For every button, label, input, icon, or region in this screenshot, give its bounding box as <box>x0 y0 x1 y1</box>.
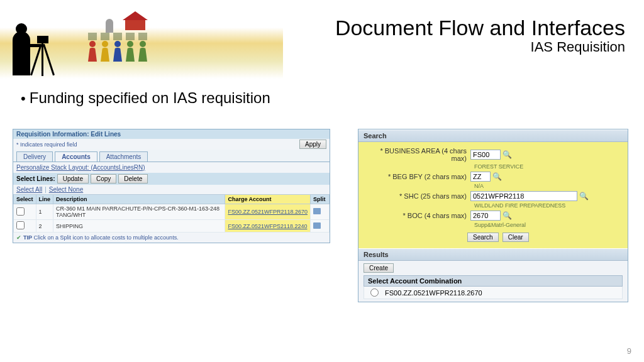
row-line: 2 <box>36 220 53 233</box>
row-desc: SHIPPING <box>53 220 225 233</box>
col-split: Split <box>311 195 330 204</box>
combination-row[interactable]: FS00.ZZ.0521WFPR2118.2670 <box>364 287 623 299</box>
search-icon[interactable]: 🔍 <box>502 211 512 220</box>
row-checkbox[interactable] <box>16 221 25 229</box>
select-lines-bar: Select Lines: Update Copy Delete <box>13 173 330 185</box>
tab-accounts[interactable]: Accounts <box>55 151 97 162</box>
delete-button[interactable]: Delete <box>118 174 148 184</box>
split-icon[interactable] <box>313 208 321 214</box>
search-header: Search <box>358 129 628 142</box>
personalize-link[interactable]: Personalize Stack Layout: (AccountsLines… <box>16 164 145 171</box>
requisition-table: Select Line Description Charge Account S… <box>13 194 330 233</box>
apply-button[interactable]: Apply <box>299 140 326 149</box>
clear-button[interactable]: Clear <box>502 233 529 242</box>
select-combination-header: Select Account Combination <box>364 275 623 287</box>
row-line: 1 <box>36 204 53 220</box>
shc-input[interactable] <box>470 191 577 201</box>
ba-desc: FOREST SERVICE <box>474 163 623 170</box>
slide-subtitle: IAS Requisition <box>335 39 625 55</box>
tip-row: TIP Click on a Split icon to allocate co… <box>13 233 330 243</box>
decorative-banner <box>0 0 283 79</box>
charge-link[interactable]: FS00.ZZ.0521WFPR2118.2670 <box>228 209 308 215</box>
bfy-label: * BEG BFY (2 chars max) <box>364 173 470 180</box>
row-checkbox[interactable] <box>16 207 25 216</box>
slide-title: Document Flow and Interfaces <box>335 16 625 40</box>
table-row: 1 CR-360 M1 MAIN PARRACHUTE-P/N-CPS-CR-3… <box>14 204 330 220</box>
search-icon[interactable]: 🔍 <box>492 172 502 181</box>
col-select: Select <box>14 195 36 204</box>
table-row: 2 SHIPPING FS00.ZZ.0521WFPS2118.2240 <box>14 220 330 233</box>
search-body: * BUSINESS AREA (4 chars max) 🔍 FOREST S… <box>358 142 628 248</box>
col-charge: Charge Account <box>225 195 311 204</box>
update-button[interactable]: Update <box>57 174 89 184</box>
ba-label: * BUSINESS AREA (4 chars max) <box>364 147 470 162</box>
boc-input[interactable] <box>470 211 501 221</box>
split-icon[interactable] <box>313 222 321 229</box>
bullet-text: Funding specified on IAS requisition <box>21 89 270 107</box>
search-panel: Search * BUSINESS AREA (4 chars max) 🔍 F… <box>358 129 628 302</box>
tabs: Delivery Accounts Attachments <box>13 150 330 162</box>
create-button[interactable]: Create <box>364 263 394 273</box>
combination-value: FS00.ZZ.0521WFPR2118.2670 <box>385 289 482 297</box>
page-number: 9 <box>627 346 631 356</box>
charge-link[interactable]: FS00.ZZ.0521WFPS2118.2240 <box>228 223 307 229</box>
search-button[interactable]: Search <box>467 233 499 242</box>
requisition-panel: Requisition Information: Edit Lines * In… <box>13 129 330 243</box>
select-lines-label: Select Lines: <box>16 175 55 182</box>
copy-button[interactable]: Copy <box>91 174 116 184</box>
select-all-link[interactable]: Select All <box>16 186 42 193</box>
search-icon[interactable]: 🔍 <box>579 192 589 200</box>
select-none-link[interactable]: Select None <box>49 186 83 193</box>
required-hint: * Indicates required field <box>16 141 77 148</box>
boc-desc: Supp&Matrl-General <box>474 222 623 228</box>
results-header: Results <box>358 248 628 261</box>
boc-label: * BOC (4 chars max) <box>364 212 470 219</box>
title-block: Document Flow and Interfaces IAS Requisi… <box>335 16 625 55</box>
shc-label: * SHC (25 chars max) <box>364 192 470 200</box>
tab-attachments[interactable]: Attachments <box>99 151 148 162</box>
search-icon[interactable]: 🔍 <box>502 150 512 159</box>
combination-radio[interactable] <box>370 288 379 297</box>
tab-delivery[interactable]: Delivery <box>16 151 53 162</box>
shc-desc: WILDLAND FIRE PREPAREDNESS <box>474 202 623 209</box>
col-line: Line <box>36 195 53 204</box>
col-description: Description <box>53 195 225 204</box>
bfy-desc: N/A <box>474 183 623 189</box>
ba-input[interactable] <box>470 150 501 160</box>
bfy-input[interactable] <box>470 172 491 182</box>
requisition-header: Requisition Information: Edit Lines <box>13 129 330 139</box>
row-desc: CR-360 M1 MAIN PARRACHUTE-P/N-CPS-CR-360… <box>53 204 225 220</box>
